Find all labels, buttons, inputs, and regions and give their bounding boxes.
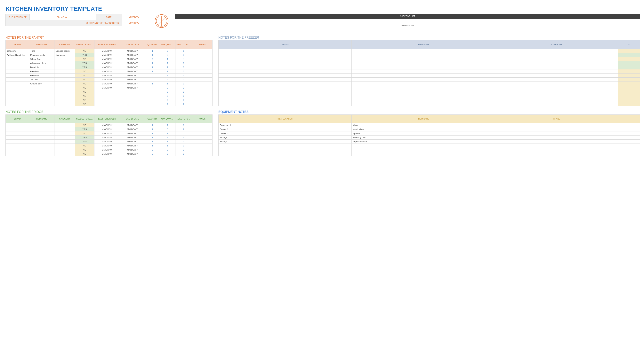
cell[interactable]: MM/DD/YY (120, 152, 145, 156)
cell[interactable] (218, 98, 352, 102)
cell[interactable]: Storage (218, 140, 352, 144)
cell[interactable] (352, 57, 496, 61)
cell[interactable] (352, 65, 496, 69)
cell[interactable]: 2 (160, 152, 176, 156)
cell[interactable] (618, 131, 640, 135)
cell[interactable]: MM/DD/YY (120, 135, 145, 140)
cell[interactable]: MM/DD/YY (120, 144, 145, 148)
cell[interactable] (6, 152, 29, 156)
cell[interactable] (352, 102, 496, 106)
cell[interactable]: Spatula (352, 131, 496, 135)
cell[interactable] (54, 86, 75, 90)
cell[interactable] (352, 98, 496, 102)
cell[interactable]: 2 (160, 61, 176, 65)
cell[interactable] (6, 123, 29, 127)
cell[interactable] (218, 152, 352, 156)
cell[interactable] (54, 127, 75, 131)
cell[interactable] (496, 90, 618, 94)
pantry-table[interactable]: BRANDITEM NAMECATEGORYNEEDED FOR A SPECI… (6, 40, 212, 106)
cell[interactable]: MM/DD/YY (120, 140, 145, 144)
cell[interactable]: 2 (176, 78, 192, 82)
cell[interactable] (54, 98, 75, 102)
cell[interactable]: 1 (176, 123, 192, 127)
cell[interactable] (192, 69, 212, 73)
cell[interactable] (120, 94, 145, 98)
cell[interactable]: MM/DD/YY (120, 123, 145, 127)
cell[interactable]: Drawer 3 (218, 131, 352, 135)
cell[interactable]: 2 (160, 49, 176, 53)
cell[interactable] (192, 123, 212, 127)
cell[interactable]: MM/DD/YY (94, 57, 120, 61)
cell[interactable]: Drawer 2 (218, 127, 352, 131)
cell[interactable] (6, 78, 29, 82)
cell[interactable] (192, 86, 212, 90)
cell[interactable]: MM/DD/YY (120, 73, 145, 78)
cell[interactable]: 0 (145, 152, 160, 156)
cell[interactable] (192, 131, 212, 135)
cell[interactable]: MM/DD/YY (120, 61, 145, 65)
cell[interactable] (6, 127, 29, 131)
cell[interactable]: NO (75, 86, 94, 90)
cell[interactable]: MM/DD/YY (94, 53, 120, 57)
cell[interactable]: 3 (160, 127, 176, 131)
cell[interactable]: 2 (176, 152, 192, 156)
cell[interactable] (54, 94, 75, 98)
cell[interactable]: 2 (160, 135, 176, 140)
cell[interactable] (6, 140, 29, 144)
cell[interactable] (618, 78, 640, 82)
cell[interactable]: Canned goods (54, 49, 75, 53)
cell[interactable]: NO (75, 98, 94, 102)
cell[interactable]: MM/DD/YY (94, 49, 120, 53)
cell[interactable]: 2 (176, 94, 192, 98)
cell[interactable]: Storage (218, 135, 352, 140)
cell[interactable] (218, 73, 352, 78)
cell[interactable] (496, 69, 618, 73)
cell[interactable]: NO (75, 102, 94, 106)
cell[interactable]: 2 (176, 127, 192, 131)
cell[interactable]: NO (75, 123, 94, 127)
cell[interactable] (54, 152, 75, 156)
cell[interactable] (496, 123, 618, 127)
cell[interactable]: 1 (145, 127, 160, 131)
cell[interactable]: YES (75, 65, 94, 69)
cell[interactable] (145, 98, 160, 102)
cell[interactable]: MM/DD/YY (94, 82, 120, 86)
cell[interactable]: Macaroni pasta (29, 53, 54, 57)
cell[interactable]: MM/DD/YY (120, 82, 145, 86)
cell[interactable] (192, 90, 212, 94)
cell[interactable]: 2% milk (29, 78, 54, 82)
cell[interactable] (6, 61, 29, 65)
cell[interactable] (496, 73, 618, 78)
cell[interactable]: 2 (176, 53, 192, 57)
cell[interactable] (29, 144, 54, 148)
cell[interactable]: 2 (176, 73, 192, 78)
cell[interactable]: 1 (145, 140, 160, 144)
cell[interactable]: YES (75, 53, 94, 57)
cell[interactable]: 1 (160, 57, 176, 61)
cell[interactable] (192, 148, 212, 152)
cell[interactable] (352, 94, 496, 98)
cell[interactable]: MM/DD/YY (94, 123, 120, 127)
cell[interactable] (496, 78, 618, 82)
cell[interactable] (618, 90, 640, 94)
cell[interactable]: 1 (145, 49, 160, 53)
cell[interactable]: Roasting pan (352, 135, 496, 140)
cell[interactable] (29, 90, 54, 94)
cell[interactable] (496, 127, 618, 131)
cell[interactable]: MM/DD/YY (94, 144, 120, 148)
cell[interactable]: NO (75, 90, 94, 94)
cell[interactable]: MM/DD/YY (94, 140, 120, 144)
cell[interactable] (29, 152, 54, 156)
cell[interactable]: 2 (176, 90, 192, 94)
cell[interactable]: MM/DD/YY (94, 69, 120, 73)
cell[interactable] (618, 73, 640, 78)
cell[interactable] (192, 102, 212, 106)
cell[interactable]: Rice flour (29, 69, 54, 73)
cell[interactable]: MM/DD/YY (94, 65, 120, 69)
cell[interactable] (29, 140, 54, 144)
cell[interactable] (352, 148, 496, 152)
cell[interactable]: Rice milk (29, 73, 54, 78)
cell[interactable] (618, 53, 640, 57)
cell[interactable] (29, 102, 54, 106)
cell[interactable]: MM/DD/YY (94, 73, 120, 78)
